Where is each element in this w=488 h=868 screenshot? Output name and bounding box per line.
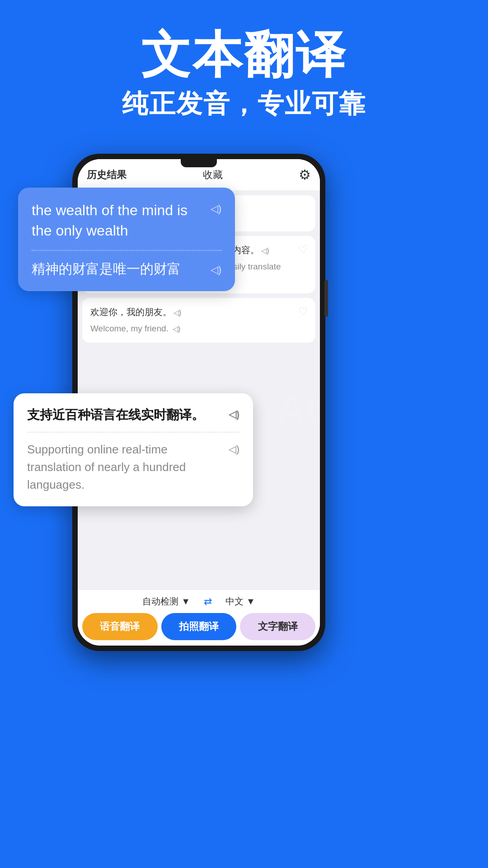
floating-translation-card-1: the wealth of the mind is the only wealt…: [18, 188, 235, 291]
target-lang-arrow: ▼: [246, 596, 255, 607]
float-card-2-target: Supporting online real-time translation …: [27, 441, 239, 494]
page-subtitle: 纯正发音，专业可靠: [0, 86, 488, 122]
voice-translate-button[interactable]: 语音翻译: [82, 613, 158, 640]
float-card-2-target-speaker-icon[interactable]: ◁): [229, 442, 239, 457]
speaker-icon-4[interactable]: ◁): [173, 325, 180, 333]
favorite-icon-2[interactable]: ♡: [298, 305, 308, 318]
header-area: 文本翻译 纯正发音，专业可靠: [0, 0, 488, 135]
phone-side-button: [324, 280, 328, 316]
photo-translate-button[interactable]: 拍照翻译: [161, 613, 237, 640]
language-row: 自动检测 ▼ ⇄ 中文 ▼: [82, 595, 315, 608]
float-card-2-source: 支持近百种语言在线实时翻译。 ◁): [27, 406, 239, 424]
swap-language-icon[interactable]: ⇄: [204, 596, 212, 608]
history-tab[interactable]: 历史结果: [87, 168, 127, 182]
favorites-tab[interactable]: 收藏: [203, 168, 223, 182]
float-card-2-speaker-icon[interactable]: ◁): [229, 408, 239, 422]
float-card-1-divider: [32, 250, 221, 251]
source-text-2: 欢迎你，我的朋友。◁): [90, 305, 307, 319]
speaker-icon-1[interactable]: ◁): [261, 247, 269, 255]
favorite-icon-1[interactable]: ♡: [298, 243, 308, 256]
translation-item-2: ♡ 欢迎你，我的朋友。◁) Welcome, my friend. ◁): [82, 298, 315, 343]
source-language-selector[interactable]: 自动检测 ▼: [142, 595, 190, 608]
float-card-1-target: 精神的财富是唯一的财富 ◁): [32, 260, 221, 278]
speaker-icon-3[interactable]: ◁): [174, 309, 181, 316]
target-text-2: Welcome, my friend. ◁): [90, 322, 307, 335]
text-translate-button[interactable]: 文字翻译: [240, 613, 315, 640]
at-background-text: At: [277, 386, 319, 433]
page-title: 文本翻译: [0, 27, 488, 82]
target-language-selector[interactable]: 中文 ▼: [225, 595, 255, 608]
float-card-2-divider: [27, 432, 239, 433]
action-buttons: 语音翻译 拍照翻译 文字翻译: [82, 613, 315, 640]
settings-icon[interactable]: ⚙: [299, 167, 311, 183]
target-lang-label: 中文: [225, 595, 244, 608]
phone-notch: [181, 159, 217, 167]
source-lang-arrow: ▼: [181, 596, 190, 607]
float-card-1-source: the wealth of the mind is the only wealt…: [32, 200, 221, 241]
float-card-1-target-speaker-icon[interactable]: ◁): [211, 264, 221, 276]
floating-translation-card-2: 支持近百种语言在线实时翻译。 ◁) Supporting online real…: [14, 393, 253, 506]
source-lang-label: 自动检测: [142, 595, 178, 608]
float-card-1-speaker-icon[interactable]: ◁): [211, 202, 221, 216]
phone-bottom-bar: 自动检测 ▼ ⇄ 中文 ▼ 语音翻译 拍照翻译 文字翻译: [78, 590, 320, 646]
